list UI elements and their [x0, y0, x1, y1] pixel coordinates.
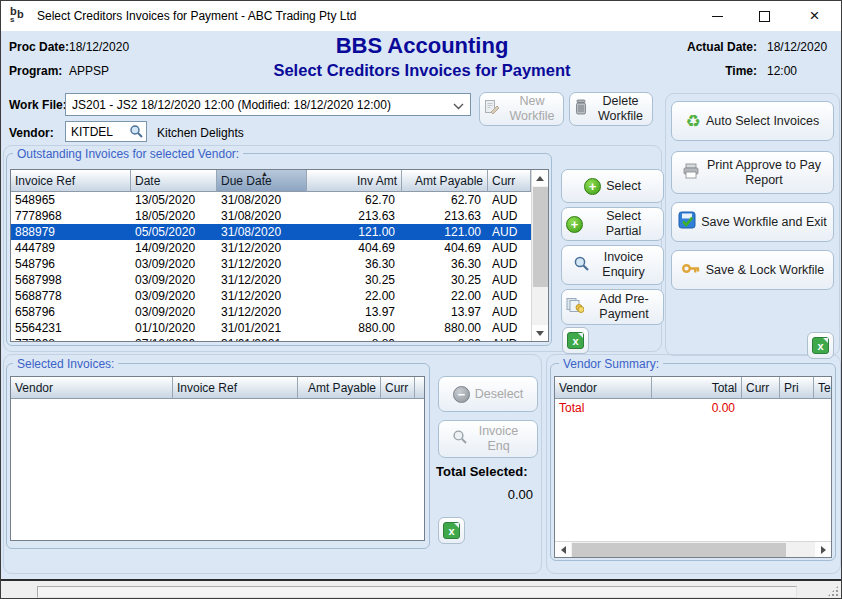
excel-icon: x [567, 332, 584, 349]
workfile-label: Work File: [9, 98, 67, 112]
proc-date-label: Proc Date: [9, 40, 69, 54]
key-icon [681, 261, 701, 280]
horizontal-scrollbar[interactable] [555, 541, 831, 557]
minus-icon: − [453, 386, 470, 403]
bbs-app-icon: bbs [9, 7, 27, 25]
vendor-code-value: KITDEL [66, 125, 129, 139]
program-label: Program: [9, 64, 62, 78]
column-header-vendor[interactable]: Vendor [555, 377, 652, 399]
recycle-icon: ♻ [686, 113, 701, 130]
actual-date-value: 18/12/2020 [767, 40, 827, 54]
invoice-enq-button[interactable]: Invoice Enq [438, 420, 538, 458]
plus-icon: + [584, 178, 601, 195]
workfile-combobox[interactable]: JS201 - JS2 18/12/2020 12:00 (Modified: … [65, 93, 471, 116]
status-message-panel [37, 586, 797, 598]
new-workfile-button[interactable]: New Workfile [479, 92, 564, 126]
time-value: 12:00 [767, 64, 797, 78]
summary-table-header: Vendor Total Curr Pri Te [555, 377, 831, 399]
table-row[interactable]: 65879603/09/202031/12/202013.9713.97AUD [11, 304, 531, 320]
column-header-te[interactable]: Te [814, 377, 832, 399]
scrollbar-thumb[interactable] [533, 187, 548, 287]
column-header-filler [415, 377, 424, 399]
select-button[interactable]: + Select [561, 169, 664, 203]
scrollbar-thumb[interactable] [572, 543, 786, 557]
vendor-label: Vendor: [9, 126, 54, 140]
selected-table-body [11, 399, 424, 540]
table-row[interactable]: 777896818/05/202031/08/2020213.63213.63A… [11, 208, 531, 224]
export-excel-outstanding-button[interactable]: x [562, 327, 589, 354]
print-approve-to-pay-button[interactable]: Print Approve to Pay Report [671, 151, 834, 194]
table-row-selected[interactable]: 88897905/05/202031/08/2020121.00121.00AU… [11, 224, 531, 240]
table-row[interactable]: 556423101/10/202031/01/2021880.00880.00A… [11, 320, 531, 336]
summary-table-body: Total 0.00 [555, 399, 831, 541]
vendor-code-field[interactable]: KITDEL [65, 121, 147, 142]
save-workfile-exit-button[interactable]: Save Workfile and Exit [671, 202, 834, 242]
column-header-date[interactable]: Date [131, 170, 217, 192]
sort-ascending-icon: ▲ [261, 170, 268, 177]
app-title: BBS Accounting [222, 33, 622, 59]
window-title: Select Creditors Invoices for Payment - … [37, 9, 356, 23]
maximize-icon[interactable] [741, 1, 788, 31]
magnifier-icon [573, 255, 590, 276]
table-row[interactable]: 54879603/09/202031/12/202036.3036.30AUD [11, 256, 531, 272]
pre-payment-icon [566, 297, 584, 317]
auto-select-invoices-button[interactable]: ♻ Auto Select Invoices [671, 101, 834, 141]
chevron-down-icon[interactable] [453, 96, 464, 114]
vendor-name: Kitchen Delights [157, 126, 244, 140]
table-row[interactable]: 54896513/05/202031/08/202062.7062.70AUD [11, 192, 531, 208]
minimize-icon[interactable] [694, 1, 741, 31]
resize-grip[interactable] [827, 585, 839, 597]
scroll-up-icon[interactable] [532, 170, 548, 186]
column-header-amt-payable[interactable]: Amt Payable [298, 377, 381, 399]
outstanding-group-label: Outstanding Invoices for selected Vendor… [13, 147, 243, 161]
column-header-total[interactable]: Total [652, 377, 742, 399]
vertical-scrollbar[interactable] [531, 170, 548, 341]
scroll-down-icon[interactable] [532, 325, 548, 341]
close-icon[interactable]: × [788, 1, 841, 31]
column-header-vendor[interactable]: Vendor [11, 377, 173, 399]
column-header-invoice-ref[interactable]: Invoice Ref [173, 377, 298, 399]
save-check-icon [678, 211, 696, 233]
column-header-pri[interactable]: Pri [780, 377, 814, 399]
excel-icon: x [443, 522, 460, 539]
table-row[interactable]: 568799803/09/202031/12/202030.2530.25AUD [11, 272, 531, 288]
table-row[interactable]: 77790827/10/202031/01/20218.808.80AUD [11, 336, 531, 341]
actual-date-label: Actual Date: [651, 40, 757, 54]
delete-workfile-button[interactable]: Delete Workfile [569, 92, 653, 126]
new-workfile-icon [484, 99, 500, 119]
column-header-inv-amt[interactable]: Inv Amt [307, 170, 402, 192]
workfile-selected-value: JS201 - JS2 18/12/2020 12:00 (Modified: … [66, 98, 453, 112]
selected-invoices-group-label: Selected Invoices: [13, 357, 118, 371]
select-partial-button[interactable]: + Select Partial [561, 207, 664, 241]
column-header-due-date[interactable]: ▲Due Date [217, 170, 307, 192]
program-value: APPSP [69, 64, 109, 78]
vendor-lookup-icon[interactable] [129, 124, 144, 139]
column-header-curr[interactable]: Curr [742, 377, 780, 399]
table-row[interactable]: 568877803/09/202031/12/202022.0022.00AUD [11, 288, 531, 304]
title-bar[interactable]: bbs Select Creditors Invoices for Paymen… [1, 1, 841, 31]
save-lock-workfile-button[interactable]: Save & Lock Workfile [671, 250, 834, 290]
export-excel-selected-button[interactable]: x [438, 517, 465, 544]
scroll-left-icon[interactable] [555, 542, 571, 557]
table-row[interactable]: 44478914/09/202031/12/2020404.69404.69AU… [11, 240, 531, 256]
add-pre-payment-button[interactable]: Add Pre-Payment [561, 289, 664, 325]
outstanding-invoices-table: Invoice Ref Date ▲Due Date Inv Amt Amt P… [10, 169, 549, 342]
magnifier-icon [452, 429, 468, 449]
total-selected-value: 0.00 [438, 487, 533, 502]
vendor-summary-group-label: Vendor Summary: [559, 357, 663, 371]
app-window: bbs Select Creditors Invoices for Paymen… [0, 0, 842, 599]
deselect-button[interactable]: − Deselect [438, 376, 538, 412]
scroll-right-icon[interactable] [815, 542, 831, 557]
time-label: Time: [651, 64, 757, 78]
column-header-curr[interactable]: Curr [381, 377, 415, 399]
screen-title: Select Creditors Invoices for Payment [172, 61, 672, 80]
vendor-summary-table: Vendor Total Curr Pri Te Total 0.00 [554, 376, 832, 558]
outstanding-table-body: 54896513/05/202031/08/202062.7062.70AUD … [11, 192, 531, 341]
excel-icon: x [812, 337, 829, 354]
column-header-curr[interactable]: Curr [488, 170, 531, 192]
outstanding-table-header: Invoice Ref Date ▲Due Date Inv Amt Amt P… [11, 170, 548, 192]
export-excel-summary-button[interactable]: x [807, 332, 834, 359]
column-header-amt-payable[interactable]: Amt Payable [402, 170, 488, 192]
column-header-invoice-ref[interactable]: Invoice Ref [11, 170, 131, 192]
invoice-enquiry-button[interactable]: Invoice Enquiry [561, 245, 664, 285]
